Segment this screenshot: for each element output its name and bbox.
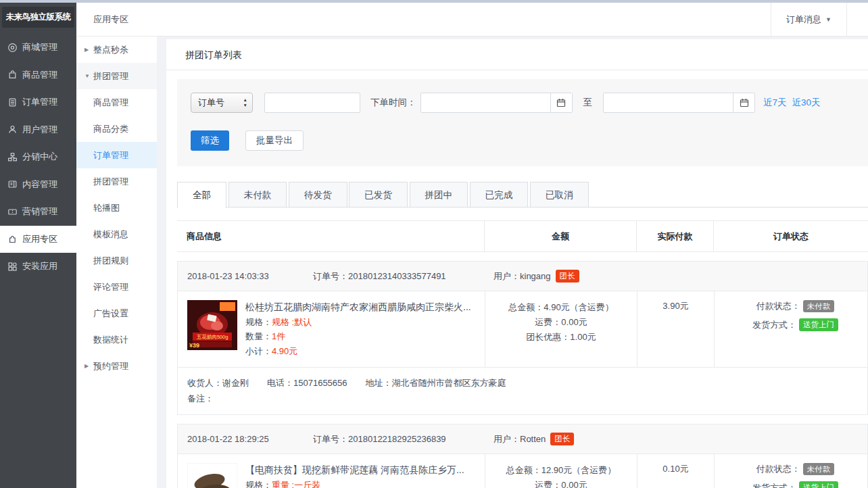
order-number: 订单号：20180123140333577491 [313,270,493,283]
select-stepper-icon: ▲▼ [243,97,247,108]
submenu-group-reservation[interactable]: ▶ 预约管理 [76,353,157,379]
date-from-group [420,93,573,113]
spec-label: 规格： [245,480,272,488]
pay-status-badge: 未付款 [803,463,835,475]
tab-grouping[interactable]: 拼团中 [410,182,468,208]
submenu-item-ad-settings[interactable]: 广告设置 [76,300,157,326]
last-7-days-link[interactable]: 近7天 [763,97,787,109]
order-address: 收货人：谢金刚 电话：15071655656 地址：湖北省随州市曾都区东方豪庭 … [178,367,867,414]
caret-down-icon: ▼ [825,16,831,23]
paid-cell: 3.90元 [637,291,714,367]
leader-badge: 团长 [550,433,574,445]
amount-shipping: 运费：0.00元 [485,478,637,488]
sidebar-item-marketing[interactable]: 营销管理 [0,198,76,226]
sidebar-item-label: 订单管理 [22,96,57,108]
table-header: 商品信息 金额 实际付款 订单状态 [177,220,868,252]
date-to-group [603,93,755,113]
order-messages-dropdown[interactable]: 订单消息 ▼ [771,3,847,36]
sidebar-item-apps[interactable]: 应用专区 [0,226,76,253]
last-30-days-link[interactable]: 近30天 [792,97,821,109]
sidebar-item-label: 商品管理 [22,69,57,81]
product-image: 五花腊肉500g ¥39 [187,300,237,350]
ship-method-badge: 送货上门 [799,318,838,331]
amount-total: 总金额：12.90元（含运费） [485,463,637,478]
spec-value: 重量 :一斤装 [272,480,320,488]
svg-text:¥39: ¥39 [189,342,199,349]
sidebar-item-content[interactable]: 内容管理 [0,171,76,199]
qty-label: 数量： [245,331,272,341]
sidebar-item-label: 安装应用 [22,260,57,272]
search-input[interactable] [264,93,360,113]
calendar-icon[interactable] [550,93,572,112]
phone: 电话：15071655656 [267,375,347,391]
sidebar-item-users[interactable]: 用户管理 [0,116,76,144]
order-row: 2018-01-22 18:29:25 订单号：2018012218292523… [177,424,868,488]
order-time: 2018-01-22 18:29:25 [187,434,313,444]
amount-shipping: 运费：0.00元 [485,315,637,330]
marketing-icon [7,207,18,217]
tab-to-ship[interactable]: 待发货 [289,182,347,208]
tab-completed[interactable]: 已完成 [470,182,529,208]
sidebar-item-label: 用户管理 [22,124,57,136]
sidebar-item-mall[interactable]: 商城管理 [0,34,76,62]
sidebar-item-install[interactable]: 安装应用 [0,253,76,280]
order-time: 2018-01-23 14:03:33 [187,271,313,281]
leader-badge: 团长 [556,270,579,282]
submenu-item-carousel[interactable]: 轮播图 [76,195,157,221]
svg-text:五花腊肉500g: 五花腊肉500g [197,334,228,340]
product-title: 【电商扶贫】现挖新鲜带泥莲藕 河南范县陈庄乡万... [245,463,464,478]
page-title: 拼团订单列表 [166,39,868,70]
col-amount: 金额 [484,221,636,251]
order-list-card: 拼团订单列表 订单号 ▲▼ 下单时间： [166,39,868,488]
main-area: 订单消息 ▼ 拼团订单列表 订单号 ▲▼ 下单时间： [157,3,868,488]
submenu-item-goods-category[interactable]: 商品分类 [76,116,157,142]
submenu-item-order-manage[interactable]: 订单管理 [76,142,157,168]
user-icon [7,124,18,135]
order-user: 用户：Rotten 团长 [493,433,574,445]
sidebar-item-label: 营销管理 [22,205,57,218]
chevron-right-icon: ▶ [85,36,89,63]
tab-shipped[interactable]: 已发货 [349,182,408,208]
install-icon [7,262,18,272]
submenu-title: 应用专区 [76,3,157,36]
calendar-icon[interactable] [733,93,754,112]
secondary-sidebar: 应用专区 ▶ 整点秒杀 ▼ 拼团管理 商品管理 商品分类 订单管理 拼团管理 轮… [76,3,157,488]
filter-panel: 订单号 ▲▼ 下单时间： 至 [177,79,868,166]
app-layout: 未来鸟独立版系统 商城管理 商品管理 订单管理 用户管理 分销中心 [0,3,868,488]
goods-icon [7,70,18,80]
submenu-item-groupbuy-manage[interactable]: 拼团管理 [76,168,157,195]
submenu-item-data-stats[interactable]: 数据统计 [76,326,157,353]
sidebar-item-label: 应用专区 [22,233,57,245]
username: Rotten [520,434,546,444]
qty-value: 1件 [272,331,285,341]
filter-button[interactable]: 筛选 [191,130,229,151]
search-type-select[interactable]: 订单号 ▲▼ [191,93,253,113]
submenu-group-groupbuy[interactable]: ▼ 拼团管理 [76,63,157,89]
date-from-input[interactable] [421,93,550,112]
primary-nav: 商城管理 商品管理 订单管理 用户管理 分销中心 内容管理 [0,34,76,280]
ship-method-label: 发货方式： [744,482,796,488]
submenu-item-template-message[interactable]: 模板消息 [76,221,157,247]
date-to-input[interactable] [604,93,733,112]
batch-export-button[interactable]: 批量导出 [245,130,304,151]
product-cell: 五花腊肉500g ¥39 松桂坊五花腊肉湖南特产农家湘西腊肠咸肉正宗柴火... … [178,291,485,367]
col-product-info: 商品信息 [177,230,484,243]
submenu-item-comment-manage[interactable]: 评论管理 [76,274,157,300]
tab-all[interactable]: 全部 [177,182,226,208]
tab-unpaid[interactable]: 未付款 [228,182,287,208]
submenu-item-goods-manage[interactable]: 商品管理 [76,89,157,116]
submenu-item-groupbuy-rules[interactable]: 拼团规则 [76,247,157,274]
sidebar-item-orders[interactable]: 订单管理 [0,89,76,116]
apps-icon [7,234,18,244]
sidebar-item-goods[interactable]: 商品管理 [0,62,76,89]
order-icon [7,97,18,107]
col-order-status: 订单状态 [713,221,868,251]
sidebar-item-distribution[interactable]: 分销中心 [0,143,76,171]
chevron-down-icon: ▼ [85,63,90,89]
submenu-group-flash-sale[interactable]: ▶ 整点秒杀 [76,36,157,63]
note: 备注： [187,391,858,406]
tab-cancelled[interactable]: 已取消 [530,182,589,208]
search-type-value: 订单号 [198,97,224,109]
amount-cell: 总金额：12.90元（含运费） 运费：0.00元 团长优惠：12.80元 [485,454,637,488]
quick-date-links: 近7天 近30天 [763,97,821,109]
